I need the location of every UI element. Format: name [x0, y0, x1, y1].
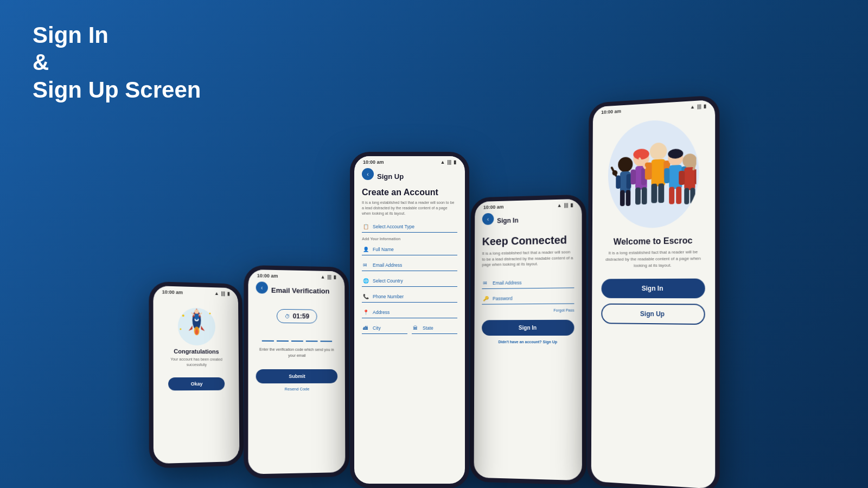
address-field[interactable]: 📍 Address: [362, 307, 457, 318]
svg-rect-38: [664, 168, 669, 183]
svg-rect-13: [194, 314, 199, 319]
city-field[interactable]: 🏙 City: [362, 323, 407, 334]
email-label: Email Address: [373, 262, 402, 268]
otp-box-1[interactable]: [261, 330, 273, 342]
address-label: Address: [373, 310, 390, 315]
svg-rect-45: [694, 169, 696, 185]
welcome-signin-button[interactable]: Sign In: [601, 279, 705, 299]
otp-box-2[interactable]: [276, 330, 288, 342]
welcome-title: Welcome to Escroc: [614, 236, 693, 247]
state-icon: 🏛: [413, 325, 419, 331]
account-type-label: Select Account Type: [373, 224, 414, 229]
country-field[interactable]: 🌐 Select Country: [362, 275, 457, 287]
signin-email-field[interactable]: ✉ Email Address: [482, 277, 574, 289]
phone4-back-button[interactable]: ‹: [482, 213, 494, 225]
header-text: Sign In & Sign Up Screen: [33, 22, 201, 104]
svg-rect-28: [641, 187, 647, 204]
svg-rect-18: [616, 175, 621, 189]
svg-point-29: [649, 142, 667, 160]
wifi-icon3: ▲: [441, 159, 445, 165]
signin-password-label: Password: [493, 296, 513, 301]
signal-icon2: |||: [327, 274, 331, 280]
battery-icon3: ▮: [454, 159, 456, 165]
account-type-field[interactable]: 📋 Select Account Type: [362, 221, 457, 233]
signal-icon: |||: [221, 291, 225, 296]
user-icon: 👤: [363, 247, 369, 252]
battery-icon2: ▮: [334, 274, 336, 280]
svg-rect-31: [644, 162, 652, 179]
phone3-back-button[interactable]: ‹: [362, 168, 374, 180]
phone2-back-button[interactable]: ‹: [256, 281, 268, 293]
city-label: City: [373, 325, 381, 331]
key-icon: 🔑: [483, 296, 489, 301]
signin-email-label: Email Address: [493, 280, 522, 286]
city-icon: 🏙: [363, 325, 369, 331]
phone3-screen-title: Sign Up: [377, 172, 404, 181]
battery-icon5: ▮: [704, 104, 706, 109]
signal-icon4: |||: [564, 202, 569, 208]
signin-button[interactable]: Sign In: [482, 319, 574, 335]
svg-rect-47: [690, 188, 695, 204]
svg-rect-27: [635, 188, 641, 205]
svg-rect-20: [620, 190, 624, 207]
phone-icon: 📞: [363, 294, 369, 299]
signup-link[interactable]: Sign Up: [543, 340, 558, 344]
signal-icon5: |||: [697, 104, 701, 109]
email-field[interactable]: ✉ Email Address: [362, 260, 457, 271]
svg-point-16: [618, 157, 633, 172]
globe-icon: 🌐: [363, 278, 369, 284]
phone5-time: 10:00 am: [601, 108, 621, 115]
submit-button[interactable]: Submit: [256, 369, 338, 383]
otp-box-4[interactable]: [305, 330, 317, 342]
phone4-screen-title: Sign In: [497, 217, 518, 225]
svg-rect-40: [669, 187, 674, 204]
phone-field[interactable]: 📞 Phone Number: [362, 291, 457, 303]
full-name-label: Full Name: [373, 247, 394, 252]
battery-icon4: ▮: [570, 202, 573, 208]
keep-connected-title: Keep Connected: [482, 234, 575, 248]
phone3-time: 10:00 am: [363, 159, 384, 165]
svg-rect-30: [651, 159, 665, 187]
group-illustration-svg: [610, 124, 696, 223]
state-label: State: [423, 325, 433, 331]
congrats-title: Congratulations: [174, 348, 219, 355]
battery-icon: ▮: [227, 291, 230, 297]
people-illustration: [608, 118, 699, 229]
svg-rect-44: [679, 171, 685, 185]
timer-display: ⏱ 01:59: [277, 309, 317, 324]
state-field[interactable]: 🏛 State: [412, 323, 457, 334]
phone-congratulations: 10:00 am ▲ ||| ▮: [149, 281, 244, 468]
create-account-title: Create an Account: [362, 188, 457, 197]
signal-icon3: |||: [447, 159, 451, 165]
welcome-desc: It is a long established fact that a rea…: [602, 249, 705, 269]
svg-rect-41: [676, 187, 681, 204]
otp-box-3[interactable]: [291, 330, 303, 342]
svg-rect-46: [684, 188, 689, 204]
country-label: Select Country: [373, 278, 403, 284]
svg-rect-33: [651, 184, 657, 203]
phone-signup: 10:00 am ▲ ||| ▮ ‹ Sign Up Create an Acc…: [350, 152, 469, 488]
resend-code-link[interactable]: Resend Code: [256, 387, 338, 392]
wifi-icon2: ▲: [321, 274, 326, 280]
phone1-time: 10:00 am: [162, 289, 183, 295]
phone-signin: 10:00 am ▲ ||| ▮ ‹ Sign In Keep Connecte…: [470, 194, 586, 485]
welcome-signup-button[interactable]: Sign Up: [601, 304, 705, 325]
svg-rect-21: [626, 190, 630, 206]
okay-button[interactable]: Okay: [168, 377, 225, 390]
no-account-text: Didn't have an account?: [498, 339, 541, 343]
otp-input-area: [256, 330, 337, 342]
clock-icon: ⏱: [285, 313, 290, 319]
otp-box-5[interactable]: [320, 330, 332, 342]
wifi-icon4: ▲: [557, 203, 562, 208]
section-label: Add Your Information: [362, 237, 457, 241]
signin-password-field[interactable]: 🔑 Password: [482, 292, 574, 304]
phone4-time: 10:00 am: [483, 204, 504, 210]
svg-rect-34: [658, 183, 664, 203]
wifi-icon: ▲: [214, 291, 219, 296]
phone-welcome: 10:00 am ▲ ||| ▮: [587, 95, 720, 488]
full-name-field[interactable]: 👤 Full Name: [362, 244, 457, 255]
phones-container: 10:00 am ▲ ||| ▮: [0, 98, 868, 488]
rocket-illustration: [172, 299, 220, 349]
phone2-screen-title: Email Verification: [271, 286, 329, 295]
forgot-password-link[interactable]: Forgot Pass: [482, 308, 574, 312]
